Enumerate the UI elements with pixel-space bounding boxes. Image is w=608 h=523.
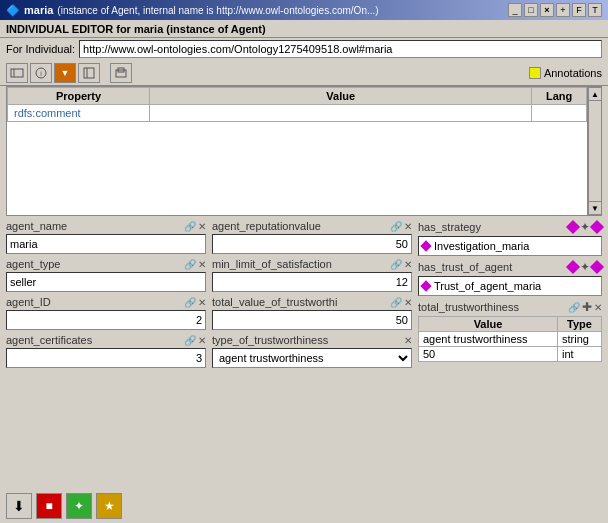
annotations-checkbox-row: Annotations — [529, 67, 602, 79]
type-trustworthiness-remove-icon[interactable]: ✕ — [404, 335, 412, 346]
toolbar-row: i ▼ Annotations — [0, 60, 608, 86]
agent-id-lock-icon[interactable]: 🔗 — [184, 297, 196, 308]
total-trustworthiness-plus-icon[interactable]: ✚ — [582, 300, 592, 314]
agent-name-lock-icon[interactable]: 🔗 — [184, 221, 196, 232]
toolbar-btn-4[interactable] — [78, 63, 100, 83]
has-trust-diamond-icon[interactable] — [566, 260, 580, 274]
agent-id-input[interactable] — [6, 310, 206, 330]
scroll-up-arrow[interactable]: ▲ — [588, 87, 602, 101]
agent-id-icons: 🔗 ✕ — [184, 297, 206, 308]
annotations-label: Annotations — [544, 67, 602, 79]
svg-rect-0 — [11, 69, 23, 77]
agent-reputationvalue-remove-icon[interactable]: ✕ — [404, 221, 412, 232]
toolbar-left: i ▼ — [6, 63, 132, 83]
min-limit-input[interactable] — [212, 272, 412, 292]
type-trustworthiness-group: type_of_trustworthiness ✕ agent trustwor… — [212, 334, 412, 368]
total-value-lock-icon[interactable]: 🔗 — [390, 297, 402, 308]
total-trustworthiness-remove-icon[interactable]: ✕ — [594, 302, 602, 313]
agent-type-input[interactable] — [6, 272, 206, 292]
has-trust-diamond2-icon[interactable] — [590, 260, 604, 274]
total-value-input[interactable] — [212, 310, 412, 330]
properties-area: agent_name 🔗 ✕ agent_type 🔗 ✕ — [0, 216, 608, 372]
agent-certificates-remove-icon[interactable]: ✕ — [198, 335, 206, 346]
extra-btn-t[interactable]: T — [588, 3, 602, 17]
cell-property: rdfs:comment — [8, 105, 150, 122]
bottom-btn-star[interactable]: ★ — [96, 493, 122, 519]
agent-reputationvalue-label: agent_reputationvalue — [212, 220, 321, 232]
agent-name-remove-icon[interactable]: ✕ — [198, 221, 206, 232]
agent-certificates-lock-icon[interactable]: 🔗 — [184, 335, 196, 346]
title-bar-buttons: _ □ × + F T — [508, 3, 602, 17]
annotations-checkbox[interactable] — [529, 67, 541, 79]
toolbar-right: Annotations — [529, 67, 602, 79]
agent-name-label-row: agent_name 🔗 ✕ — [6, 220, 206, 232]
agent-reputationvalue-lock-icon[interactable]: 🔗 — [390, 221, 402, 232]
bottom-btn-stop[interactable]: ■ — [36, 493, 62, 519]
total-value-icons: 🔗 ✕ — [390, 297, 412, 308]
total-value-label: total_value_of_trustworthi — [212, 296, 337, 308]
min-limit-lock-icon[interactable]: 🔗 — [390, 259, 402, 270]
individual-row: For Individual: — [0, 38, 608, 60]
total-trustworthiness-label: total_trustworthiness — [418, 301, 519, 313]
extra-btn-plus[interactable]: + — [556, 3, 570, 17]
minimize-button[interactable]: _ — [508, 3, 522, 17]
agent-certificates-icons: 🔗 ✕ — [184, 335, 206, 346]
agent-name-input[interactable] — [6, 234, 206, 254]
toolbar-btn-1[interactable] — [6, 63, 28, 83]
has-trust-icons: ✦ — [568, 260, 602, 274]
total-trustworthiness-label-row: total_trustworthiness 🔗 ✚ ✕ — [418, 300, 602, 314]
agent-id-label-row: agent_ID 🔗 ✕ — [6, 296, 206, 308]
agent-reputationvalue-group: agent_reputationvalue 🔗 ✕ — [212, 220, 412, 254]
has-strategy-diamond-icon[interactable] — [566, 220, 580, 234]
has-strategy-label-row: has_strategy ✦ — [418, 220, 602, 234]
title-bar: 🔷 maria (instance of Agent, internal nam… — [0, 0, 608, 20]
cell-lang — [532, 105, 587, 122]
agent-id-remove-icon[interactable]: ✕ — [198, 297, 206, 308]
has-strategy-plus-icon[interactable]: ✦ — [580, 220, 590, 234]
bottom-btn-download[interactable]: ⬇ — [6, 493, 32, 519]
table-row: agent trustworthiness string — [419, 332, 602, 347]
type-trustworthiness-select[interactable]: agent trustworthiness — [212, 348, 412, 368]
agent-certificates-input[interactable] — [6, 348, 206, 368]
total-trustworthiness-lock-icon[interactable]: 🔗 — [568, 302, 580, 313]
trust-row2-type: int — [558, 347, 602, 362]
toolbar-btn-5[interactable] — [110, 63, 132, 83]
has-strategy-diamond2-icon[interactable] — [590, 220, 604, 234]
agent-name-group: agent_name 🔗 ✕ — [6, 220, 206, 254]
has-trust-diamond-val-icon — [420, 280, 431, 291]
bottom-btn-refresh[interactable]: ✦ — [66, 493, 92, 519]
cell-value — [150, 105, 532, 122]
col-header-property: Property — [8, 88, 150, 105]
trust-col-value: Value — [419, 317, 558, 332]
editor-title: INDIVIDUAL EDITOR for maria (instance of… — [0, 20, 608, 38]
bottom-toolbar: ⬇ ■ ✦ ★ — [6, 493, 122, 519]
agent-reputationvalue-input[interactable] — [212, 234, 412, 254]
rdfs-comment-cell: rdfs:comment — [14, 107, 81, 119]
agent-certificates-label-row: agent_certificates 🔗 ✕ — [6, 334, 206, 346]
extra-btn-f[interactable]: F — [572, 3, 586, 17]
individual-url-input[interactable] — [79, 40, 602, 58]
close-button[interactable]: × — [540, 3, 554, 17]
col1: agent_name 🔗 ✕ agent_type 🔗 ✕ — [6, 220, 206, 368]
table-row: rdfs:comment — [8, 105, 587, 122]
has-strategy-label: has_strategy — [418, 221, 481, 233]
has-trust-plus-icon[interactable]: ✦ — [580, 260, 590, 274]
scroll-down-arrow[interactable]: ▼ — [588, 201, 602, 215]
has-trust-label-row: has_trust_of_agent ✦ — [418, 260, 602, 274]
total-value-remove-icon[interactable]: ✕ — [404, 297, 412, 308]
agent-type-label-row: agent_type 🔗 ✕ — [6, 258, 206, 270]
toolbar-btn-2[interactable]: i — [30, 63, 52, 83]
agent-type-remove-icon[interactable]: ✕ — [198, 259, 206, 270]
min-limit-remove-icon[interactable]: ✕ — [404, 259, 412, 270]
toolbar-btn-3[interactable]: ▼ — [54, 63, 76, 83]
agent-name-label: agent_name — [6, 220, 67, 232]
has-trust-value-text: Trust_of_agent_maria — [434, 280, 541, 292]
trust-row1-value: agent trustworthiness — [419, 332, 558, 347]
svg-text:i: i — [40, 70, 42, 77]
title-icon: 🔷 — [6, 4, 20, 17]
agent-type-lock-icon[interactable]: 🔗 — [184, 259, 196, 270]
maximize-button[interactable]: □ — [524, 3, 538, 17]
agent-reputationvalue-label-row: agent_reputationvalue 🔗 ✕ — [212, 220, 412, 232]
has-strategy-value-text: Investigation_maria — [434, 240, 529, 252]
window-title: maria — [24, 4, 53, 16]
